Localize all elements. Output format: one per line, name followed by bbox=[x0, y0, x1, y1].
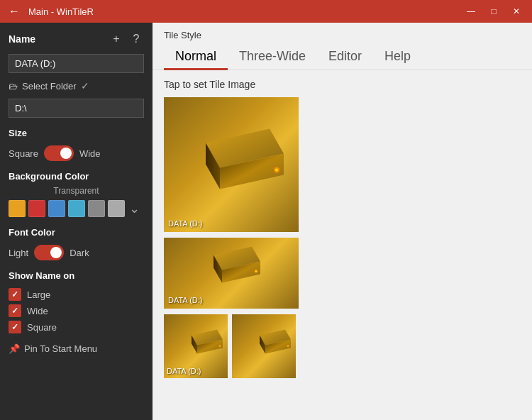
app-body: Name + ? 🗁 Select Folder ✓ Size Square W… bbox=[0, 23, 532, 420]
left-panel: Name + ? 🗁 Select Folder ✓ Size Square W… bbox=[0, 23, 153, 420]
bg-color-label: Background Color bbox=[9, 171, 144, 182]
more-colors-icon[interactable]: ⌄ bbox=[129, 201, 140, 216]
hdd-wide-icon bbox=[205, 243, 265, 289]
check-icon: ✓ bbox=[81, 80, 89, 92]
color-swatch-lightgray[interactable] bbox=[108, 200, 125, 217]
svg-point-14 bbox=[219, 346, 221, 347]
color-swatches: ⌄ bbox=[9, 200, 144, 217]
color-swatch-blue[interactable] bbox=[48, 200, 65, 217]
tile-style-title: Tile Style bbox=[164, 30, 521, 40]
font-light-label: Light bbox=[9, 248, 28, 258]
app-title: Main - WinTileR bbox=[28, 6, 461, 17]
name-actions: + ? bbox=[109, 31, 144, 47]
tab-normal[interactable]: Normal bbox=[164, 45, 228, 70]
font-color-row: Light Dark bbox=[9, 245, 144, 260]
transparent-label: Transparent bbox=[9, 186, 144, 196]
tab-editor[interactable]: Editor bbox=[317, 45, 373, 70]
tile-square-label: DATA (D:) bbox=[167, 367, 225, 375]
wide-label: Wide bbox=[27, 306, 48, 316]
name-label: Name bbox=[9, 33, 35, 45]
pin-label: Pin To Start Menu bbox=[24, 343, 97, 354]
size-square-label: Square bbox=[9, 148, 38, 159]
checkbox-square-row[interactable]: Square bbox=[9, 321, 144, 333]
close-button[interactable]: ✕ bbox=[506, 4, 526, 19]
square-label: Square bbox=[27, 322, 57, 333]
color-swatch-orange[interactable] bbox=[9, 200, 26, 217]
checkbox-large[interactable] bbox=[9, 288, 21, 301]
checkbox-wide[interactable] bbox=[9, 304, 21, 317]
tile-large-label: DATA (D:) bbox=[168, 219, 294, 228]
window-controls: — □ ✕ bbox=[461, 4, 526, 19]
font-dark-label: Dark bbox=[70, 248, 89, 258]
name-section-header: Name + ? bbox=[9, 31, 144, 47]
size-label: Size bbox=[9, 128, 144, 138]
back-button[interactable]: ← bbox=[6, 3, 23, 20]
add-button[interactable]: + bbox=[109, 31, 124, 47]
right-panel: Tile Style Normal Three-Wide Editor Help… bbox=[153, 23, 532, 420]
title-bar: ← Main - WinTileR — □ ✕ bbox=[0, 0, 532, 23]
hdd-mini-icon bbox=[254, 327, 294, 358]
pin-row[interactable]: 📌 Pin To Start Menu bbox=[9, 343, 144, 354]
size-row: Square Wide bbox=[9, 145, 144, 161]
hdd-large-icon bbox=[192, 122, 291, 200]
checkbox-wide-row[interactable]: Wide bbox=[9, 304, 144, 317]
size-wide-label: Wide bbox=[79, 148, 101, 159]
size-toggle[interactable] bbox=[44, 145, 74, 161]
large-label: Large bbox=[27, 289, 50, 300]
select-folder-label: Select Folder bbox=[22, 81, 77, 92]
color-swatch-cyan[interactable] bbox=[68, 200, 85, 217]
color-swatch-red[interactable] bbox=[28, 200, 45, 217]
select-folder-row[interactable]: 🗁 Select Folder ✓ bbox=[9, 80, 144, 92]
tile-wide-label: DATA (D:) bbox=[168, 296, 294, 304]
tab-help[interactable]: Help bbox=[373, 45, 422, 70]
tap-label: Tap to set Tile Image bbox=[164, 79, 521, 90]
nav-tabs: Normal Three-Wide Editor Help bbox=[164, 45, 521, 70]
font-color-toggle[interactable] bbox=[34, 245, 64, 260]
checkbox-square[interactable] bbox=[9, 321, 21, 333]
color-swatch-gray[interactable] bbox=[88, 200, 105, 217]
tile-wide[interactable]: DATA (D:) bbox=[164, 238, 299, 309]
tile-square[interactable]: DATA (D:) bbox=[164, 314, 228, 378]
right-header: Tile Style Normal Three-Wide Editor Help bbox=[153, 23, 532, 70]
checkbox-large-row[interactable]: Large bbox=[9, 288, 144, 301]
tile-images-grid: DATA (D:) DATA (D:) bbox=[164, 97, 521, 378]
show-name-section: Large Wide Square bbox=[9, 288, 144, 333]
tile-mini[interactable] bbox=[232, 314, 296, 378]
hdd-square-icon bbox=[186, 327, 226, 358]
tab-three-wide[interactable]: Three-Wide bbox=[228, 45, 317, 70]
svg-point-19 bbox=[287, 346, 289, 347]
font-color-label: Font Color bbox=[9, 227, 144, 238]
bg-color-section: Background Color Transparent ⌄ bbox=[9, 168, 144, 217]
folder-input[interactable] bbox=[9, 99, 144, 118]
show-name-label: Show Name on bbox=[9, 270, 144, 281]
minimize-button[interactable]: — bbox=[461, 4, 481, 19]
svg-point-4 bbox=[275, 169, 278, 172]
tile-small-row: DATA (D:) bbox=[164, 314, 521, 378]
maximize-button[interactable]: □ bbox=[484, 4, 504, 19]
pin-icon: 📌 bbox=[9, 343, 20, 354]
help-button[interactable]: ? bbox=[128, 31, 144, 47]
tile-large[interactable]: DATA (D:) bbox=[164, 97, 299, 232]
right-content: Tap to set Tile Image bbox=[153, 70, 532, 420]
folder-icon: 🗁 bbox=[9, 81, 18, 92]
name-input[interactable] bbox=[9, 54, 144, 73]
